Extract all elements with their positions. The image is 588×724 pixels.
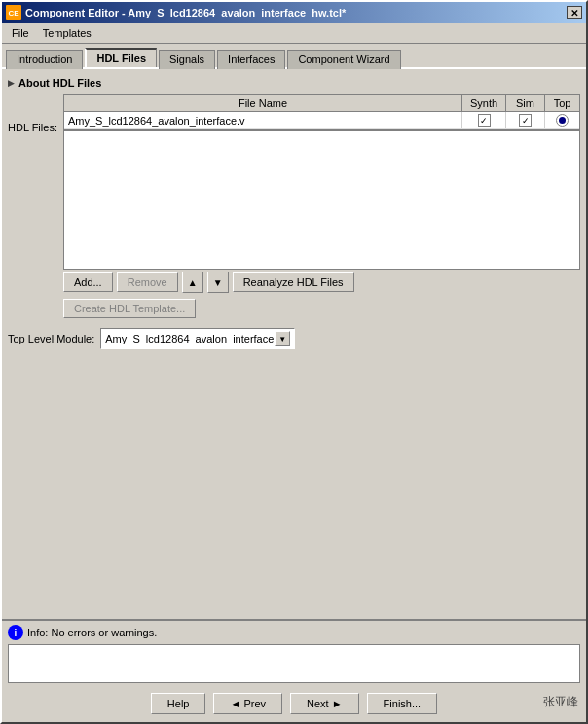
tab-interfaces[interactable]: Interfaces — [217, 50, 285, 69]
tab-introduction[interactable]: Introduction — [6, 50, 83, 69]
status-log-area — [8, 644, 580, 683]
status-message-row: i Info: No errors or warnings. — [8, 625, 580, 640]
remove-button[interactable]: Remove — [117, 272, 178, 292]
cell-top[interactable] — [545, 112, 579, 128]
create-template-button[interactable]: Create HDL Template... — [63, 299, 196, 318]
file-button-row: Add... Remove ▲ ▼ Reanalyze HDL Files — [63, 272, 580, 293]
main-content: ▶ About HDL Files HDL Files: File Name S… — [2, 67, 586, 619]
file-list-area — [63, 130, 580, 270]
move-down-button[interactable]: ▼ — [207, 272, 229, 293]
file-table: File Name Synth Sim Top Amy_S_lcd12864_a… — [63, 94, 580, 130]
section-header: ▶ About HDL Files — [8, 75, 580, 90]
col-header-sim: Sim — [506, 95, 545, 111]
hdl-panel: File Name Synth Sim Top Amy_S_lcd12864_a… — [63, 94, 580, 318]
add-button[interactable]: Add... — [63, 272, 113, 292]
help-button[interactable]: Help — [151, 693, 206, 714]
close-button[interactable]: ✕ — [567, 6, 582, 19]
menu-bar: File Templates — [2, 23, 586, 44]
cell-synth[interactable]: ✓ — [462, 112, 506, 128]
col-header-filename: File Name — [64, 95, 462, 111]
window-title: Component Editor - Amy_S_lcd12864_avalon… — [25, 7, 346, 18]
select-arrow-icon[interactable]: ▼ — [275, 331, 290, 346]
top-radio[interactable] — [556, 114, 569, 127]
tab-hdl-files[interactable]: HDL Files — [85, 48, 157, 67]
tab-bar: Introduction HDL Files Signals Interface… — [2, 44, 586, 67]
hdl-files-label: HDL Files: — [8, 118, 57, 133]
col-header-top: Top — [545, 95, 579, 111]
title-bar: CE Component Editor - Amy_S_lcd12864_ava… — [2, 2, 586, 23]
top-level-label: Top Level Module: — [8, 333, 94, 344]
status-text: Info: No errors or warnings. — [27, 627, 157, 638]
section-title: About HDL Files — [18, 77, 101, 89]
status-info-icon: i — [8, 625, 23, 640]
main-window: CE Component Editor - Amy_S_lcd12864_ava… — [0, 0, 588, 724]
expand-icon: ▶ — [8, 78, 15, 88]
cell-sim[interactable]: ✓ — [506, 112, 545, 128]
prev-button[interactable]: ◄ Prev — [213, 693, 282, 714]
top-level-row: Top Level Module: Amy_S_lcd12864_avalon_… — [8, 328, 580, 349]
table-header: File Name Synth Sim Top — [64, 95, 579, 112]
tab-component-wizard[interactable]: Component Wizard — [287, 50, 400, 69]
watermark-text: 张亚峰 — [543, 694, 578, 710]
menu-templates[interactable]: Templates — [37, 25, 97, 41]
tab-signals[interactable]: Signals — [159, 50, 215, 69]
window-icon: CE — [6, 5, 21, 20]
finish-button[interactable]: Finish... — [367, 693, 438, 714]
bottom-button-row: Help ◄ Prev Next ► Finish... — [8, 689, 580, 718]
synth-checkbox[interactable]: ✓ — [478, 114, 491, 127]
table-row: Amy_S_lcd12864_avalon_interface.v ✓ ✓ — [64, 112, 579, 129]
move-up-button[interactable]: ▲ — [182, 272, 203, 293]
top-level-select[interactable]: Amy_S_lcd12864_avalon_interface ▼ — [100, 328, 295, 349]
col-header-synth: Synth — [462, 95, 506, 111]
create-template-row: Create HDL Template... — [63, 297, 580, 318]
sim-checkbox[interactable]: ✓ — [519, 114, 532, 127]
hdl-files-section: HDL Files: File Name Synth Sim Top Amy_S… — [8, 94, 580, 318]
bottom-area: i Info: No errors or warnings. Help ◄ Pr… — [2, 619, 586, 722]
top-level-value: Amy_S_lcd12864_avalon_interface — [105, 333, 275, 344]
menu-file[interactable]: File — [6, 25, 35, 41]
status-bar: i Info: No errors or warnings. Help ◄ Pr… — [2, 619, 586, 722]
title-bar-left: CE Component Editor - Amy_S_lcd12864_ava… — [6, 5, 346, 20]
cell-filename: Amy_S_lcd12864_avalon_interface.v — [64, 112, 462, 128]
reanalyze-button[interactable]: Reanalyze HDL Files — [233, 272, 354, 292]
next-button[interactable]: Next ► — [290, 693, 359, 714]
